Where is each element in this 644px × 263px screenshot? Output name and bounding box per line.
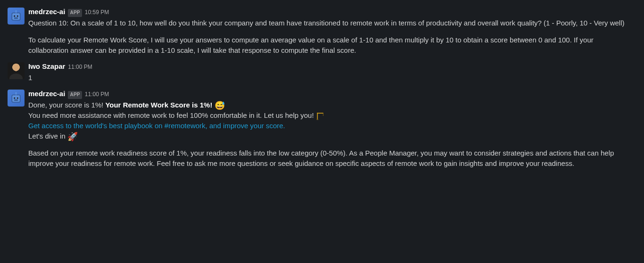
message-text: Question 10: On a scale of 1 to 10, how …: [28, 18, 635, 28]
svg-rect-3: [14, 17, 18, 18]
message-body: Question 10: On a scale of 1 to 10, how …: [28, 18, 635, 56]
score-bold: Your Remote Work Score is 1%!: [105, 101, 212, 109]
svg-point-5: [15, 10, 17, 12]
assist-text: You need more assistance with remote wor…: [28, 111, 316, 119]
robot-icon: [10, 10, 22, 22]
svg-point-1: [14, 15, 15, 16]
message-text: 1: [28, 73, 635, 83]
svg-rect-0: [12, 13, 20, 20]
avatar[interactable]: [8, 62, 25, 79]
svg-point-2: [17, 15, 18, 16]
svg-rect-14: [323, 114, 323, 116]
sender-name[interactable]: Iwo Szapar: [28, 61, 65, 72]
message-content: Iwo Szapar 11:00 PM 1: [28, 61, 635, 83]
robot-icon: [10, 92, 22, 104]
message-text: Based on your remote work readiness scor…: [28, 148, 635, 169]
message: Iwo Szapar 11:00 PM 1: [8, 58, 635, 86]
timestamp[interactable]: 11:00 PM: [85, 90, 109, 99]
message-text: Done, your score is 1%! Your Remote Work…: [28, 100, 635, 141]
avatar[interactable]: [8, 8, 25, 25]
svg-rect-6: [12, 95, 20, 102]
app-badge: APP: [68, 91, 82, 99]
svg-point-7: [14, 97, 15, 99]
avatar[interactable]: [8, 90, 25, 107]
sender-name[interactable]: medrzec-ai: [28, 89, 65, 99]
score-text: Done, your score is 1%!: [28, 101, 105, 109]
svg-point-8: [17, 97, 18, 99]
svg-point-11: [15, 92, 17, 94]
message-content: medrzec-ai APP 11:00 PM Done, your score…: [28, 89, 635, 169]
grinning-sweat-emoji: 😅: [215, 101, 225, 110]
message: medrzec-ai APP 10:59 PM Question 10: On …: [8, 4, 635, 58]
message-header: medrzec-ai APP 10:59 PM: [28, 7, 635, 17]
message-header: medrzec-ai APP 11:00 PM: [28, 89, 635, 99]
message-content: medrzec-ai APP 10:59 PM Question 10: On …: [28, 7, 635, 56]
svg-rect-15: [316, 119, 318, 120]
crane-icon: [316, 111, 325, 121]
playbook-link[interactable]: Get access to the world's best playbook …: [28, 122, 285, 130]
message-body: 1: [28, 73, 635, 83]
svg-rect-9: [14, 99, 18, 100]
message: medrzec-ai APP 11:00 PM Done, your score…: [8, 86, 635, 172]
sender-name[interactable]: medrzec-ai: [28, 7, 65, 17]
svg-rect-12: [317, 113, 323, 114]
message-text: To calculate your Remote Work Score, I w…: [28, 35, 635, 56]
rocket-emoji: 🚀: [67, 132, 78, 141]
app-badge: APP: [68, 9, 82, 17]
message-body: Done, your score is 1%! Your Remote Work…: [28, 100, 635, 169]
message-header: Iwo Szapar 11:00 PM: [28, 61, 635, 72]
timestamp[interactable]: 11:00 PM: [68, 63, 92, 72]
dive-text: Let's dive in: [28, 132, 67, 140]
svg-rect-13: [317, 113, 318, 119]
timestamp[interactable]: 10:59 PM: [85, 8, 109, 17]
